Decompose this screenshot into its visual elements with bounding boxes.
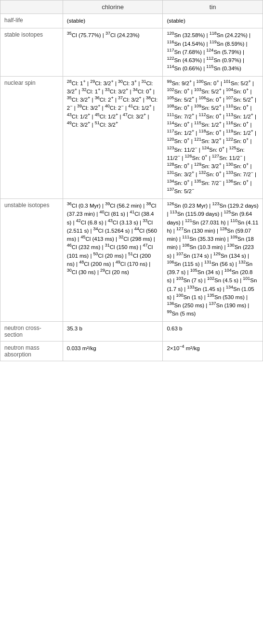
row-label: nuclear spin xyxy=(0,76,63,199)
col-header-label xyxy=(0,0,63,14)
row-label: neutron mass absorption xyxy=(0,341,63,361)
tin-neutron-cross-section: 0.63 b xyxy=(163,321,263,341)
chlorine-unstable-isotopes: 36Cl (0.3 Myr) | 39Cl (56.2 min) | 38Cl … xyxy=(63,199,163,322)
col-header-chlorine: chlorine xyxy=(63,0,163,14)
table-row: neutron cross-section 35.3 b 0.63 b xyxy=(0,321,263,341)
chlorine-neutron-mass-absorption: 0.033 m²/kg xyxy=(63,341,163,361)
chlorine-neutron-cross-section: 35.3 b xyxy=(63,321,163,341)
tin-half-life: (stable) xyxy=(163,14,263,28)
row-label: unstable isotopes xyxy=(0,199,63,322)
row-label: half-life xyxy=(0,14,63,28)
chlorine-nuclear-spin: 28Cl: 1+ | 29Cl: 3/2+ | 30Cl: 3+ | 31Cl:… xyxy=(63,76,163,199)
tin-nuclear-spin: 99Sn: 9/2+ | 100Sn: 0+ | 101Sn: 5/2+ | 1… xyxy=(163,76,263,199)
table-row: stable isotopes 35Cl (75.77%) | 37Cl (24… xyxy=(0,28,263,76)
table-row: nuclear spin 28Cl: 1+ | 29Cl: 3/2+ | 30C… xyxy=(0,76,263,199)
table-row: neutron mass absorption 0.033 m²/kg 2×10… xyxy=(0,341,263,361)
tin-unstable-isotopes: 126Sn (0.23 Myr) | 123Sn (129.2 days) | … xyxy=(163,199,263,322)
col-header-tin: tin xyxy=(163,0,263,14)
row-label: neutron cross-section xyxy=(0,321,63,341)
tin-stable-isotopes: 120Sn (32.58%) | 118Sn (24.22%) | 116Sn … xyxy=(163,28,263,76)
chlorine-stable-isotopes: 35Cl (75.77%) | 37Cl (24.23%) xyxy=(63,28,163,76)
chlorine-half-life: (stable) xyxy=(63,14,163,28)
tin-neutron-mass-absorption: 2×10−4 m²/kg xyxy=(163,341,263,361)
table-row: half-life (stable) (stable) xyxy=(0,14,263,28)
row-label: stable isotopes xyxy=(0,28,63,76)
table-row: unstable isotopes 36Cl (0.3 Myr) | 39Cl … xyxy=(0,199,263,322)
